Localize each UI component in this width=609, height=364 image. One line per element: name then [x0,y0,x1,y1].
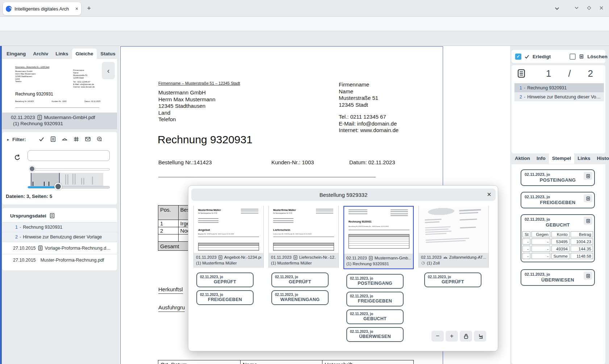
file-name: Mustermann-GmbH.pdf [44,115,95,120]
doc-thumbnail-cell[interactable]: Rechnung 9320931 Bestellung Nr.141423 Ku… [343,206,414,269]
thumbnail-caption: 01.11.2023 Angebot-Nr.-1234.pdf (1) Must… [194,253,263,268]
tab-stempel[interactable]: Stempel [549,153,575,164]
browser-tab[interactable]: Intelligentes digitales Arch × [3,2,81,15]
window-minimize-icon[interactable] [574,5,579,10]
stamp-gebucht[interactable]: 02.11.2023, jo GEBUCHT St Gegen Konto Be… [521,214,595,262]
tab-status[interactable]: Status [97,48,119,59]
angebot-thumbnail[interactable]: Musterfirma Müller Ihr Servicepartner fü… [194,206,263,253]
filter-scanner-icon[interactable] [62,136,68,142]
dialog-title-bar[interactable]: Bestellung 5929332 [191,189,496,201]
tab-gleiche[interactable]: Gleiche [72,48,97,59]
document-icon [368,256,373,261]
stamp-posteingang[interactable]: 02.11.2023, jo POSTEINGANG [521,169,595,186]
done-checkbox[interactable]: ✓ [515,54,521,60]
document-icon [38,245,43,251]
scanner-icon [443,255,448,260]
stamp-freigegeben[interactable]: 02.11.2023, jo FREIGEGEBEN [521,192,595,208]
file-stats: Dateien: 3, Seiten: 5 [6,194,52,199]
doc-thumbnail-cell[interactable]: Musterfirma Müller Ihr Servicepartner fü… [268,206,339,268]
tab-historie[interactable]: Historie [594,153,609,164]
selected-file-row[interactable]: 02.11.2023 Mustermann-GmbH.pdf (1) Rechn… [2,113,117,129]
filter-document-icon[interactable] [50,136,56,142]
file-date: 02.11.2023 [11,115,35,120]
new-tab-button[interactable]: + [87,5,91,12]
tab-links[interactable]: Links [52,48,72,59]
doc-sender-address: Firmenname Name Musterstraße 51 12345 St… [339,81,378,108]
stamp-ueberwiesen[interactable]: 02.11.2023, jo ÜBERWIESEN [346,327,404,342]
tab-aktion[interactable]: Aktion [512,153,533,164]
filter-input[interactable] [28,150,110,161]
tab-list-chevron-icon[interactable] [554,5,560,12]
related-doc-column: 02.11.2023 Zollanmeldung-AT… (1) Zoll 02… [418,206,489,342]
source-page-row[interactable]: 1 - Rechnung 9320931 [2,222,117,232]
doc-sender-contact: Tel.: 0211 12345 67 E-Mail: info@domain.… [339,114,399,134]
tab-archiv[interactable]: Archiv [29,48,52,59]
stamp-geprueft[interactable]: 02.11.2023, jo GEPRÜFT [271,272,329,287]
filter-mail-icon[interactable] [85,136,91,142]
window-maximize-icon[interactable] [587,5,592,10]
trash-icon[interactable] [584,172,592,180]
panel-tabs: Aktion Info Stempel Links Historie [512,153,607,164]
window-close-icon[interactable] [599,5,604,10]
page-list-item[interactable]: 2 - Hinweise zur Benutzung dieser Vo… [514,92,604,101]
refresh-icon[interactable] [14,154,21,161]
source-page-row[interactable]: 2 - Hinweise zur Benutzung dieser Vorlag… [2,232,117,242]
doc-signature-row: Ort, Datum Name Unterschrift [158,360,414,364]
stamp-wareneingang[interactable]: 02.11.2023, jo WARENEINGANG [271,290,329,305]
site-favicon-icon [6,6,12,12]
dock-icon[interactable] [474,331,486,342]
lieferschein-thumbnail[interactable]: Musterfirma Müller Ihr Servicepartner fü… [269,206,338,253]
zoom-range-slider-track[interactable] [28,186,110,189]
thumbnail-caption: 01.11.2023 Lieferschein-Nr.-12… (1) Must… [269,253,338,268]
document-preview-card[interactable]: Firmenname – Musterstraße 51 – 12345 Sta… [2,59,117,113]
related-doc-column-selected: Rechnung 9320931 Bestellung Nr.141423 Ku… [343,206,414,342]
stamp-freigegeben[interactable]: 02.11.2023, jo FREIGEGEBEN [196,290,254,305]
stamp-posteingang[interactable]: 02.11.2023, jo POSTEINGANG [346,274,404,289]
filter-expand-icon[interactable]: ► [7,138,10,141]
dialog-close-icon[interactable]: × [487,191,491,198]
doc-recipient-address: Mustermann GmbH Herrn Max Mustermann 123… [158,89,216,123]
trash-icon[interactable] [584,217,592,225]
trash-icon[interactable] [584,272,592,280]
lock-icon[interactable] [460,331,472,342]
filter-check-icon[interactable] [38,136,45,142]
tab-links[interactable]: Links [574,153,593,164]
trash-icon[interactable] [584,194,592,202]
rechnung-thumbnail[interactable]: Rechnung 9320931 Bestellung Nr.141423 Ku… [344,207,413,254]
doc-origin-label: Herkunftsl [158,286,183,294]
stamp-ueberwiesen[interactable]: 02.11.2023, jo ÜBERWIESEN [521,269,595,286]
doc-thumbnail-cell[interactable]: Musterfirma Müller Ihr Servicepartner fü… [193,206,264,268]
panel-page-current: 1 [546,68,551,79]
collapse-preview-button[interactable]: ‹ [102,62,115,79]
filter-grid-icon[interactable] [73,136,79,142]
date-range-slider-track[interactable] [31,168,110,170]
page-list-item[interactable]: 1 - Rechnung 9320931 [514,83,604,92]
document-icon [293,255,298,260]
stamp-geprueft[interactable]: 02.11.2023, jo GEPRÜFT [196,272,254,287]
stamp-gebucht[interactable]: 02.11.2023, jo GEBUCHT [346,309,404,324]
zoom-out-button[interactable]: − [431,331,444,342]
timeline-histogram[interactable] [31,173,103,186]
zollanmeldung-thumbnail[interactable] [419,206,488,253]
zoom-in-button[interactable]: + [446,331,458,342]
source-file-row[interactable]: 27.10.2015 Vorlage-Proforma-Rechnung.d… [2,242,117,254]
file-subtitle: (1) Rechnung 9320931 [13,121,117,126]
stamp-geprueft[interactable]: 02.11.2023, jo GEPRÜFT [424,272,481,287]
dialog-title: Bestellung 5929332 [320,192,368,198]
right-sidebar: ✓ Erledigt Löschen 1 / 2 1 - Rechnung 93… [510,46,609,364]
stamp-freigegeben[interactable]: 02.11.2023, jo FREIGEGEBEN [346,292,404,306]
tab-eingang[interactable]: Eingang [3,48,29,59]
trash-icon [579,54,584,59]
check-icon [524,54,530,59]
date-range-slider-handle[interactable] [29,166,35,172]
screen: Intelligentes digitales Arch × + https:/… [0,0,609,364]
doc-thumbnail-cell[interactable]: 02.11.2023 Zollanmeldung-AT… (1) Zoll [418,206,489,268]
tab-info[interactable]: Info [533,153,549,164]
delete-checkbox[interactable] [570,54,576,60]
zoom-range-slider-handle[interactable] [54,183,62,190]
tab-close-icon[interactable]: × [75,6,78,12]
thumbnail-caption: 02.11.2023 Mustermann-Gmb… (1) Rechnung … [344,254,413,268]
source-file-row[interactable]: 27.10.2015 Muster-Proforma-Rechnung.pdf [2,254,117,266]
filter-chat-icon[interactable] [96,136,103,142]
browser-tab-bar: Intelligentes digitales Arch × + [0,0,609,17]
